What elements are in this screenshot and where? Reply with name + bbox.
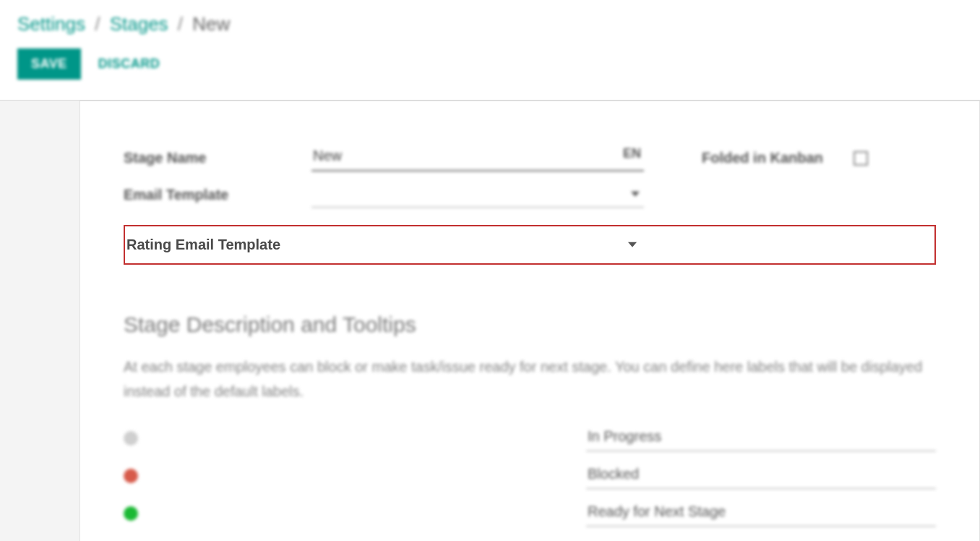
breadcrumb-sep: / — [178, 13, 183, 35]
rating-email-template-row: Rating Email Template — [124, 225, 936, 265]
rating-email-template-input[interactable] — [313, 232, 641, 257]
status-row-grey — [124, 425, 936, 451]
status-red-input[interactable] — [586, 463, 936, 489]
section-description: At each stage employees can block or mak… — [124, 354, 936, 404]
breadcrumb-current: New — [192, 13, 230, 35]
header: Settings / Stages / New SAVE DISCARD — [0, 0, 980, 87]
stage-description-section: Stage Description and Tooltips At each s… — [80, 269, 979, 527]
status-dot-green-icon — [124, 506, 138, 521]
discard-button[interactable]: DISCARD — [98, 56, 160, 72]
status-row-green — [124, 500, 936, 527]
form-grid: Stage Name EN Folded in Kanban Email Tem… — [80, 145, 979, 229]
status-dot-red-icon — [124, 469, 138, 483]
stage-name-field: EN — [311, 145, 644, 171]
status-grey-input[interactable] — [586, 425, 936, 451]
stage-name-input[interactable] — [311, 145, 644, 171]
email-template-field — [311, 182, 644, 208]
lang-badge[interactable]: EN — [623, 146, 641, 161]
breadcrumb: Settings / Stages / New — [17, 13, 963, 35]
save-button[interactable]: SAVE — [17, 48, 81, 80]
email-template-input[interactable] — [311, 182, 644, 208]
folded-label: Folded in Kanban — [644, 150, 832, 166]
rating-email-template-field — [313, 232, 641, 257]
status-rows — [124, 425, 936, 527]
breadcrumb-root[interactable]: Settings — [17, 13, 85, 35]
rating-email-template-label: Rating Email Template — [125, 237, 313, 253]
section-title: Stage Description and Tooltips — [124, 312, 936, 337]
folded-checkbox[interactable] — [854, 151, 868, 166]
status-green-input[interactable] — [586, 500, 936, 527]
action-bar: SAVE DISCARD — [17, 48, 963, 80]
breadcrumb-sep: / — [95, 13, 100, 35]
breadcrumb-stages[interactable]: Stages — [110, 13, 168, 35]
status-row-red — [124, 463, 936, 489]
email-template-label: Email Template — [124, 187, 311, 203]
status-dot-grey-icon — [124, 431, 138, 446]
form-sheet: Stage Name EN Folded in Kanban Email Tem… — [79, 101, 980, 541]
stage-name-label: Stage Name — [124, 150, 311, 166]
